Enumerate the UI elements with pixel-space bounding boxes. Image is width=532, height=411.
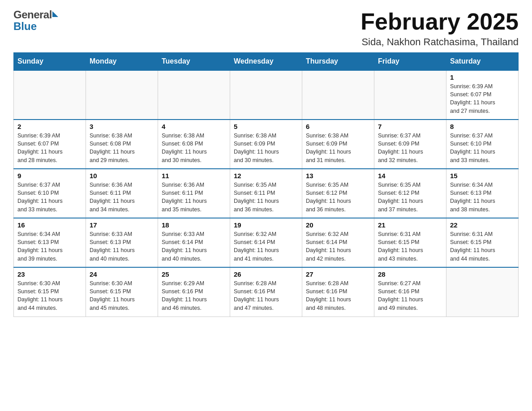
day-header-wednesday: Wednesday	[230, 53, 302, 71]
day-number: 11	[162, 172, 226, 180]
day-number: 24	[90, 270, 154, 278]
day-number: 10	[90, 172, 154, 180]
day-number: 3	[90, 123, 154, 130]
logo: General Blue	[13, 9, 59, 33]
calendar-cell: 20Sunrise: 6:32 AMSunset: 6:14 PMDayligh…	[302, 218, 374, 267]
sun-info: Sunrise: 6:38 AMSunset: 6:09 PMDaylight:…	[234, 132, 298, 164]
sun-info: Sunrise: 6:36 AMSunset: 6:11 PMDaylight:…	[90, 181, 154, 214]
day-number: 4	[162, 123, 226, 130]
day-number: 23	[17, 270, 82, 278]
calendar-cell: 14Sunrise: 6:35 AMSunset: 6:12 PMDayligh…	[374, 169, 446, 218]
sun-info: Sunrise: 6:27 AMSunset: 6:16 PMDaylight:…	[378, 279, 442, 312]
sun-info: Sunrise: 6:32 AMSunset: 6:14 PMDaylight:…	[306, 230, 370, 263]
title-area: February 2025 Sida, Nakhon Ratchasima, T…	[360, 9, 519, 48]
sun-info: Sunrise: 6:28 AMSunset: 6:16 PMDaylight:…	[234, 279, 298, 312]
day-number: 19	[234, 221, 298, 229]
calendar-cell: 26Sunrise: 6:28 AMSunset: 6:16 PMDayligh…	[230, 267, 302, 317]
calendar-cell: 16Sunrise: 6:34 AMSunset: 6:13 PMDayligh…	[14, 218, 86, 267]
day-header-tuesday: Tuesday	[158, 53, 230, 71]
day-number: 15	[450, 172, 515, 180]
calendar-cell: 3Sunrise: 6:38 AMSunset: 6:08 PMDaylight…	[86, 120, 158, 169]
sun-info: Sunrise: 6:39 AMSunset: 6:07 PMDaylight:…	[450, 82, 515, 115]
sun-info: Sunrise: 6:35 AMSunset: 6:12 PMDaylight:…	[378, 181, 442, 214]
day-number: 9	[17, 172, 82, 180]
calendar-cell: 11Sunrise: 6:36 AMSunset: 6:11 PMDayligh…	[158, 169, 230, 218]
day-number: 27	[306, 270, 370, 278]
calendar-cell: 18Sunrise: 6:33 AMSunset: 6:14 PMDayligh…	[158, 218, 230, 267]
day-number: 20	[306, 221, 370, 229]
sun-info: Sunrise: 6:35 AMSunset: 6:11 PMDaylight:…	[234, 181, 298, 214]
sun-info: Sunrise: 6:39 AMSunset: 6:07 PMDaylight:…	[17, 132, 82, 164]
day-number: 18	[162, 221, 226, 229]
sun-info: Sunrise: 6:28 AMSunset: 6:16 PMDaylight:…	[306, 279, 370, 312]
logo-arrow-icon	[52, 11, 58, 17]
calendar-cell	[86, 70, 158, 120]
day-number: 2	[17, 123, 82, 130]
calendar-week-1: 1Sunrise: 6:39 AMSunset: 6:07 PMDaylight…	[14, 70, 519, 120]
day-number: 21	[378, 221, 442, 229]
day-number: 6	[306, 123, 370, 130]
calendar-cell	[158, 70, 230, 120]
day-number: 8	[450, 123, 515, 130]
day-number: 14	[378, 172, 442, 180]
sun-info: Sunrise: 6:38 AMSunset: 6:08 PMDaylight:…	[90, 132, 154, 164]
sun-info: Sunrise: 6:31 AMSunset: 6:15 PMDaylight:…	[450, 230, 515, 263]
day-number: 26	[234, 270, 298, 278]
calendar-cell: 23Sunrise: 6:30 AMSunset: 6:15 PMDayligh…	[14, 267, 86, 317]
calendar-cell	[230, 70, 302, 120]
calendar-cell: 28Sunrise: 6:27 AMSunset: 6:16 PMDayligh…	[374, 267, 446, 317]
calendar-cell	[14, 70, 86, 120]
day-header-monday: Monday	[86, 53, 158, 71]
logo-blue-text: Blue	[13, 20, 37, 32]
calendar-cell: 27Sunrise: 6:28 AMSunset: 6:16 PMDayligh…	[302, 267, 374, 317]
day-header-friday: Friday	[374, 53, 446, 71]
calendar-cell: 10Sunrise: 6:36 AMSunset: 6:11 PMDayligh…	[86, 169, 158, 218]
calendar-cell	[446, 267, 519, 317]
calendar-cell: 17Sunrise: 6:33 AMSunset: 6:13 PMDayligh…	[86, 218, 158, 267]
sun-info: Sunrise: 6:33 AMSunset: 6:14 PMDaylight:…	[162, 230, 226, 263]
location-title: Sida, Nakhon Ratchasima, Thailand	[360, 36, 519, 48]
calendar-cell: 8Sunrise: 6:37 AMSunset: 6:10 PMDaylight…	[446, 120, 519, 169]
calendar-cell: 2Sunrise: 6:39 AMSunset: 6:07 PMDaylight…	[14, 120, 86, 169]
day-number: 16	[17, 221, 82, 229]
calendar-week-3: 9Sunrise: 6:37 AMSunset: 6:10 PMDaylight…	[14, 169, 519, 218]
calendar-cell	[374, 70, 446, 120]
calendar-body: 1Sunrise: 6:39 AMSunset: 6:07 PMDaylight…	[14, 70, 519, 317]
calendar-cell: 25Sunrise: 6:29 AMSunset: 6:16 PMDayligh…	[158, 267, 230, 317]
logo-general-text: General	[13, 9, 52, 21]
sun-info: Sunrise: 6:35 AMSunset: 6:12 PMDaylight:…	[306, 181, 370, 214]
calendar-cell: 9Sunrise: 6:37 AMSunset: 6:10 PMDaylight…	[14, 169, 86, 218]
sun-info: Sunrise: 6:31 AMSunset: 6:15 PMDaylight:…	[378, 230, 442, 263]
sun-info: Sunrise: 6:38 AMSunset: 6:09 PMDaylight:…	[306, 132, 370, 164]
sun-info: Sunrise: 6:30 AMSunset: 6:15 PMDaylight:…	[17, 279, 82, 312]
calendar-cell: 6Sunrise: 6:38 AMSunset: 6:09 PMDaylight…	[302, 120, 374, 169]
day-header-saturday: Saturday	[446, 53, 519, 71]
day-number: 13	[306, 172, 370, 180]
day-number: 22	[450, 221, 515, 229]
calendar-cell: 4Sunrise: 6:38 AMSunset: 6:08 PMDaylight…	[158, 120, 230, 169]
sun-info: Sunrise: 6:34 AMSunset: 6:13 PMDaylight:…	[17, 230, 82, 263]
day-header-thursday: Thursday	[302, 53, 374, 71]
day-header-sunday: Sunday	[14, 53, 86, 71]
sun-info: Sunrise: 6:34 AMSunset: 6:13 PMDaylight:…	[450, 181, 515, 214]
day-number: 17	[90, 221, 154, 229]
sun-info: Sunrise: 6:37 AMSunset: 6:10 PMDaylight:…	[450, 132, 515, 164]
day-number: 25	[162, 270, 226, 278]
day-number: 12	[234, 172, 298, 180]
calendar-cell: 15Sunrise: 6:34 AMSunset: 6:13 PMDayligh…	[446, 169, 519, 218]
calendar-cell: 24Sunrise: 6:30 AMSunset: 6:15 PMDayligh…	[86, 267, 158, 317]
sun-info: Sunrise: 6:32 AMSunset: 6:14 PMDaylight:…	[234, 230, 298, 263]
calendar-cell: 22Sunrise: 6:31 AMSunset: 6:15 PMDayligh…	[446, 218, 519, 267]
day-number: 7	[378, 123, 442, 130]
sun-info: Sunrise: 6:30 AMSunset: 6:15 PMDaylight:…	[90, 279, 154, 312]
calendar-header-row: SundayMondayTuesdayWednesdayThursdayFrid…	[14, 53, 519, 71]
sun-info: Sunrise: 6:37 AMSunset: 6:09 PMDaylight:…	[378, 132, 442, 164]
calendar-cell: 7Sunrise: 6:37 AMSunset: 6:09 PMDaylight…	[374, 120, 446, 169]
month-title: February 2025	[360, 9, 519, 34]
calendar-cell: 5Sunrise: 6:38 AMSunset: 6:09 PMDaylight…	[230, 120, 302, 169]
sun-info: Sunrise: 6:36 AMSunset: 6:11 PMDaylight:…	[162, 181, 226, 214]
calendar-cell: 21Sunrise: 6:31 AMSunset: 6:15 PMDayligh…	[374, 218, 446, 267]
calendar-cell	[302, 70, 374, 120]
calendar-table: SundayMondayTuesdayWednesdayThursdayFrid…	[13, 52, 519, 317]
calendar-cell: 1Sunrise: 6:39 AMSunset: 6:07 PMDaylight…	[446, 70, 519, 120]
